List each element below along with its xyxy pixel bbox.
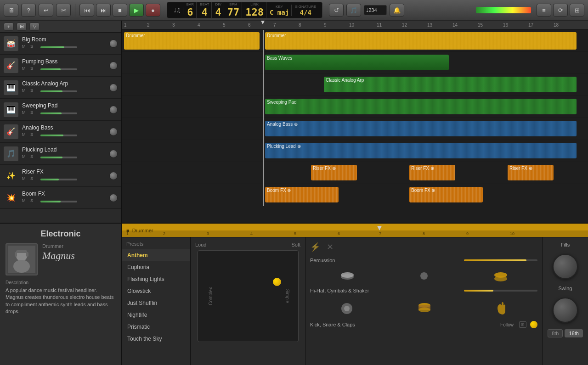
ruler-mark-5: 5 — [223, 21, 226, 29]
timeline-area: 1 2 3 4 5 6 7 8 9 10 11 12 13 14 15 16 1… — [122, 21, 588, 223]
preset-euphoria[interactable]: Euphoria — [122, 261, 190, 273]
rewind-button[interactable]: ⏮ — [79, 4, 94, 17]
preset-glowstick[interactable]: Glowstick — [122, 285, 190, 297]
settings-button[interactable]: ⊞ — [570, 4, 584, 17]
track-volume-knob-boom-fx[interactable] — [109, 194, 118, 202]
track-item-big-room[interactable]: 🥁 Big Room M S — [0, 33, 121, 55]
region-label-drummer-1: Drummer — [126, 33, 145, 38]
region-boom-fx-1[interactable]: Boom FX ⊕ — [265, 187, 339, 202]
region-boom-fx-2[interactable]: Boom FX ⊕ — [409, 187, 483, 202]
track-item-riser-fx[interactable]: ✨ Riser FX M S — [0, 165, 121, 187]
region-drummer-1[interactable]: Drummer — [124, 32, 260, 50]
loop-button[interactable]: ⟳ — [553, 4, 568, 17]
region-plucking-lead[interactable]: Plucking Lead ⊕ — [265, 143, 577, 158]
track-fader-classic-analog-arp[interactable] — [40, 90, 77, 92]
region-analog-bass[interactable]: Analog Bass ⊕ — [265, 121, 577, 136]
track-solo-classic-analog-arp[interactable]: S — [30, 88, 37, 95]
track-mute-classic-analog-arp[interactable]: M — [22, 88, 28, 95]
region-bass-waves[interactable]: Bass Waves — [265, 55, 449, 70]
note-16th-button[interactable]: 16th — [565, 329, 582, 337]
track-solo-analog-bass[interactable]: S — [30, 132, 37, 139]
hihat-slider[interactable] — [464, 290, 537, 292]
preset-just-shufflin[interactable]: Just Shufflin — [122, 297, 190, 309]
track-item-pumping-bass[interactable]: 🎸 Pumping Bass M S — [0, 55, 121, 77]
track-name-analog-bass: Analog Bass — [22, 124, 106, 131]
track-solo-plucking-lead[interactable]: S — [30, 154, 37, 161]
track-fader-analog-bass[interactable] — [40, 135, 77, 136]
note-8th-button[interactable]: 8th — [548, 329, 563, 337]
drummer-section: Drummer Magnus — [6, 243, 116, 275]
xy-dot[interactable] — [273, 278, 281, 286]
svg-point-7 — [341, 272, 354, 278]
track-fader-pumping-bass[interactable] — [40, 68, 77, 70]
track-solo-riser-fx[interactable]: S — [30, 176, 37, 183]
record-button[interactable]: ● — [146, 4, 160, 17]
hihat-open-icon — [493, 271, 508, 282]
track-mute-riser-fx[interactable]: M — [22, 176, 28, 183]
lcd-tempo: link 128 — [243, 2, 266, 18]
track-volume-knob-pumping-bass[interactable] — [109, 62, 118, 70]
help-button[interactable]: ? — [21, 4, 36, 17]
track-mute-plucking-lead[interactable]: M — [22, 154, 28, 161]
track-volume-knob-plucking-lead[interactable] — [109, 150, 118, 158]
timeline-row-drummer: Drummer Drummer — [122, 30, 588, 52]
fills-knob[interactable] — [553, 254, 578, 279]
play-button[interactable]: ▶ — [129, 4, 144, 17]
track-mute-big-room[interactable]: M — [22, 44, 28, 51]
track-solo-boom-fx[interactable]: S — [30, 198, 37, 205]
lightning-icon: ⚡ — [310, 242, 320, 252]
add-track-button[interactable]: + — [4, 22, 14, 31]
track-item-sweeping-pad[interactable]: 🎹 Sweeping Pad M S — [0, 99, 121, 121]
track-mute-analog-bass[interactable]: M — [22, 132, 28, 139]
list-button[interactable]: ≡ — [537, 4, 551, 17]
track-solo-sweeping-pad[interactable]: S — [30, 110, 37, 117]
preset-prismatic[interactable]: Prismatic — [122, 321, 190, 333]
track-view-button[interactable]: ⊞ — [17, 22, 27, 31]
track-mute-sweeping-pad[interactable]: M — [22, 110, 28, 117]
preset-flashing-lights[interactable]: Flashing Lights — [122, 273, 190, 285]
track-filter-button[interactable]: ▽ — [29, 22, 40, 31]
cycle-button[interactable]: ↺ — [329, 4, 344, 17]
track-solo-big-room[interactable]: S — [30, 44, 37, 51]
track-fader-riser-fx[interactable] — [40, 179, 77, 180]
swing-knob[interactable] — [553, 298, 578, 323]
metronome-button[interactable]: 🔔 — [390, 4, 404, 17]
track-fader-plucking-lead[interactable] — [40, 157, 77, 158]
track-volume-knob-riser-fx[interactable] — [109, 172, 118, 180]
lcd-button[interactable]: 🖥 — [4, 4, 18, 17]
lcd-display: ♩♫ bar 6 beat 4 div 4 bpm 77 link 128 ke… — [167, 2, 322, 18]
region-classic-analog-arp[interactable]: Classic Analog Arp — [324, 77, 577, 92]
undo-button[interactable]: ↩ — [39, 4, 53, 17]
track-item-classic-analog-arp[interactable]: 🎹 Classic Analog Arp M S — [0, 77, 121, 99]
tuner-button[interactable]: 🎵 — [346, 4, 361, 17]
scissors-button[interactable]: ✂ — [56, 4, 71, 17]
track-volume-knob-classic-analog-arp[interactable] — [109, 84, 118, 92]
track-volume-knob-analog-bass[interactable] — [109, 128, 118, 136]
track-solo-pumping-bass[interactable]: S — [30, 66, 37, 73]
stop-button[interactable]: ■ — [113, 4, 127, 17]
xy-pad[interactable]: Complex Simple — [198, 250, 299, 342]
track-fader-big-room[interactable] — [40, 46, 77, 48]
track-fader-boom-fx[interactable] — [40, 201, 77, 202]
region-sweeping-pad[interactable]: Sweeping Pad — [265, 99, 577, 114]
region-riser-fx-2[interactable]: Riser FX ⊕ — [409, 165, 455, 180]
forward-button[interactable]: ⏭ — [96, 4, 111, 17]
track-mute-pumping-bass[interactable]: M — [22, 66, 28, 73]
preset-anthem[interactable]: Anthem — [122, 249, 190, 261]
track-volume-knob-big-room[interactable] — [109, 39, 118, 48]
region-riser-fx-3[interactable]: Riser FX ⊕ — [508, 165, 554, 180]
track-volume-knob-sweeping-pad[interactable] — [109, 106, 118, 114]
lcd-key: key C maj — [267, 5, 292, 16]
track-item-boom-fx[interactable]: 💥 Boom FX M S — [0, 187, 121, 209]
track-mute-boom-fx[interactable]: M — [22, 198, 28, 205]
preset-touch-the-sky[interactable]: Touch the Sky — [122, 333, 190, 345]
region-drummer-2[interactable]: Drummer — [265, 32, 577, 50]
percussion-slider[interactable] — [464, 259, 537, 261]
lcd-bar: bar 6 — [184, 2, 197, 18]
track-item-plucking-lead[interactable]: 🎵 Plucking Lead M S — [0, 143, 121, 165]
track-item-analog-bass[interactable]: 🎸 Analog Bass M S — [0, 121, 121, 143]
track-fader-sweeping-pad[interactable] — [40, 112, 77, 114]
preset-nightlife[interactable]: Nightlife — [122, 309, 190, 321]
region-riser-fx-1[interactable]: Riser FX ⊕ — [311, 165, 357, 180]
dtl-mark-10: 10 — [510, 231, 514, 236]
